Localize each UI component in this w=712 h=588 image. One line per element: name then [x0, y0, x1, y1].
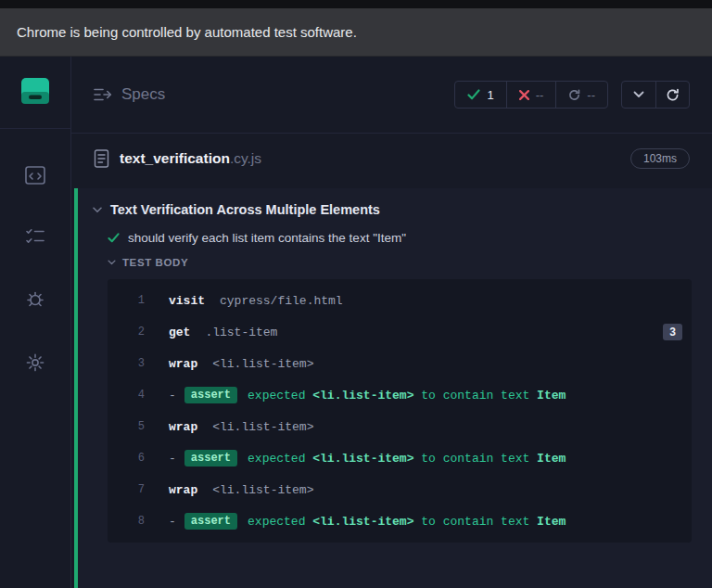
stat-pending: -- [555, 82, 607, 108]
command-row[interactable]: 7wrap<li.list-item> [108, 474, 692, 505]
element-count-badge: 3 [663, 324, 682, 340]
spec-duration-badge: 103ms [630, 148, 690, 169]
collapse-all-button[interactable] [622, 82, 655, 108]
command-row[interactable]: 3wrap<li.list-item> [108, 348, 692, 379]
sidebar-item-debug[interactable] [25, 288, 45, 312]
specs-title-label: Specs [121, 85, 165, 104]
command-number: 1 [121, 294, 145, 307]
spec-extension: .cy.js [230, 150, 261, 166]
command-number: 5 [121, 420, 145, 433]
sidebar-divider [0, 128, 70, 129]
command-content: visitcypress/file.html [169, 294, 682, 308]
sidebar-item-browser-panel[interactable] [25, 166, 45, 187]
stat-passed: 1 [455, 82, 505, 108]
command-log: 1visitcypress/file.html2get.list-item33w… [108, 279, 692, 543]
command-row[interactable]: 6-assertexpected <li.list-item> to conta… [108, 442, 692, 474]
spec-file-icon [94, 149, 109, 168]
suite-title: Text Verification Across Multiple Elemen… [110, 202, 380, 217]
header-controls: 1 -- -- [454, 81, 690, 109]
command-name: wrap [169, 420, 197, 434]
specs-list-icon [94, 87, 112, 102]
command-name: wrap [169, 357, 197, 371]
test-passed-check-icon [108, 233, 120, 243]
command-row[interactable]: 4-assertexpected <li.list-item> to conta… [108, 379, 692, 411]
test-runnable: Text Verification Across Multiple Elemen… [74, 188, 712, 588]
pending-count: -- [587, 88, 595, 102]
suite-header[interactable]: Text Verification Across Multiple Elemen… [93, 196, 692, 224]
passed-count: 1 [487, 88, 493, 102]
command-row[interactable]: 2get.list-item3 [108, 316, 692, 348]
assert-message: expected <li.list-item> to contain text … [248, 452, 566, 466]
assert-dash: - [169, 452, 176, 466]
command-number: 7 [121, 483, 145, 496]
browser-panel-icon [25, 166, 45, 185]
test-checklist-icon [25, 228, 45, 245]
command-number: 2 [121, 326, 145, 339]
command-content: get.list-item [169, 326, 663, 339]
sidebar-nav [25, 166, 45, 376]
assert-dash: - [169, 515, 176, 529]
refresh-icon [666, 88, 680, 102]
command-content: -assertexpected <li.list-item> to contai… [169, 387, 682, 403]
test-title: should verify each list item contains th… [128, 231, 406, 245]
banner-text: Chrome is being controlled by automated … [17, 24, 357, 40]
command-content: -assertexpected <li.list-item> to contai… [169, 513, 682, 530]
cypress-logo[interactable] [19, 77, 51, 109]
command-message: <li.list-item> [212, 357, 313, 371]
spec-stats[interactable]: 1 -- -- [454, 81, 608, 109]
check-icon [467, 89, 480, 100]
x-icon [519, 90, 529, 100]
reporter-header: Specs 1 -- [71, 57, 712, 109]
run-controls [621, 81, 690, 109]
command-row[interactable]: 8-assertexpected <li.list-item> to conta… [108, 505, 692, 537]
command-message: .list-item [205, 326, 277, 339]
assert-message: expected <li.list-item> to contain text … [248, 389, 566, 403]
command-row[interactable]: 1visitcypress/file.html [108, 285, 692, 316]
stat-failed: -- [506, 82, 556, 108]
cypress-logo-icon [19, 77, 51, 107]
rerun-button[interactable] [655, 82, 689, 108]
test-header[interactable]: should verify each list item contains th… [108, 224, 692, 251]
debug-bug-icon [25, 288, 45, 309]
command-name: visit [169, 294, 205, 308]
reporter-panel: Specs 1 -- [71, 57, 712, 588]
command-number: 3 [121, 357, 145, 370]
assert-dash: - [169, 389, 176, 403]
command-content: wrap<li.list-item> [169, 483, 682, 497]
command-number: 4 [121, 389, 145, 402]
chevron-down-icon [633, 91, 644, 98]
sidebar-item-test-list[interactable] [25, 228, 45, 248]
specs-title: Specs [94, 85, 165, 104]
spec-name: text_verification [120, 150, 230, 166]
command-content: wrap<li.list-item> [169, 420, 682, 434]
assert-badge: assert [184, 387, 237, 403]
test-body-label: TEST BODY [122, 257, 188, 268]
spec-file-row[interactable]: text_verification.cy.js 103ms [71, 134, 712, 184]
command-message: <li.list-item> [212, 420, 313, 434]
command-number: 8 [121, 515, 145, 528]
command-content: wrap<li.list-item> [169, 357, 682, 371]
suite-chevron-icon [93, 207, 102, 213]
cypress-app: Specs 1 -- [0, 57, 712, 588]
failed-count: -- [536, 88, 544, 102]
command-message: cypress/file.html [220, 294, 343, 308]
sidebar-item-settings[interactable] [25, 352, 45, 376]
assert-badge: assert [184, 513, 237, 530]
window-top-strip [0, 0, 712, 8]
chrome-automation-banner: Chrome is being controlled by automated … [0, 8, 712, 57]
command-content: -assertexpected <li.list-item> to contai… [169, 450, 682, 467]
command-message: <li.list-item> [212, 483, 313, 497]
assert-message: expected <li.list-item> to contain text … [248, 515, 566, 529]
command-number: 6 [121, 452, 145, 465]
restart-circle-icon [568, 89, 580, 101]
command-row[interactable]: 5wrap<li.list-item> [108, 411, 692, 442]
settings-gear-icon [25, 352, 45, 373]
spec-file-name: text_verification.cy.js [120, 150, 261, 167]
command-name: get [169, 326, 190, 339]
command-name: wrap [169, 483, 197, 497]
test-body-toggle[interactable]: TEST BODY [108, 251, 692, 274]
test-body-chevron-icon [108, 260, 116, 265]
assert-badge: assert [184, 450, 237, 467]
sidebar [0, 57, 71, 588]
